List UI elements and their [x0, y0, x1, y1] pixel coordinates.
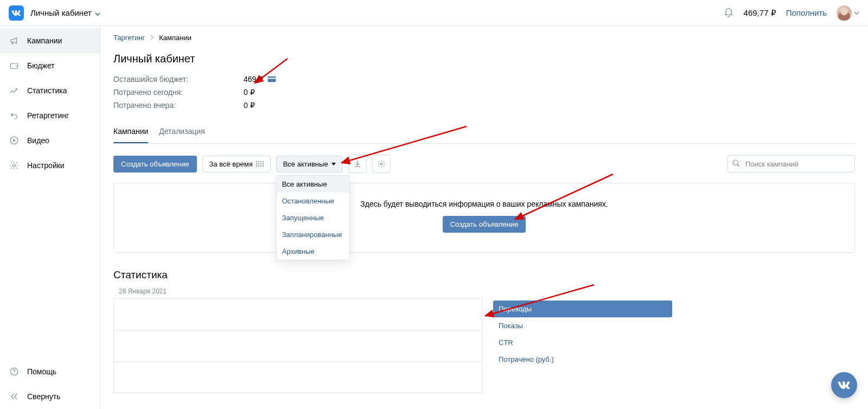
topup-link[interactable]: Пополнить	[786, 8, 827, 17]
chevron-down-icon	[854, 11, 859, 15]
svg-rect-6	[268, 78, 276, 79]
chart-grid	[113, 298, 482, 393]
avatar	[837, 5, 852, 21]
banner-create-ad-button[interactable]: Создать объявление	[443, 216, 526, 233]
search-icon	[732, 159, 741, 169]
sidebar-item-campaigns[interactable]: Кампании	[0, 28, 100, 53]
settings-button[interactable]	[372, 155, 391, 173]
account-switcher[interactable]: Личный кабинет	[30, 8, 100, 17]
notifications-icon[interactable]	[723, 8, 734, 18]
profile-menu[interactable]	[837, 5, 859, 21]
sidebar-item-label: Настройки	[27, 161, 65, 170]
filter-option-running[interactable]: Запущенные	[277, 209, 349, 226]
sidebar: Кампании Бюджет Статистика Ретаргетинг В…	[0, 26, 100, 409]
stat-metric-clicks[interactable]: Переходы	[493, 301, 672, 317]
sidebar-item-label: Ретаргетинг	[27, 111, 69, 120]
toolbar: Создать объявление За всё время Все акти…	[113, 155, 855, 173]
sidebar-item-settings[interactable]: Настройки	[0, 153, 100, 178]
stat-metric-ctr[interactable]: CTR	[493, 334, 672, 351]
budget-row-yesterday: Потрачено вчера: 0 ₽	[113, 101, 855, 110]
gear-icon	[9, 160, 20, 171]
vk-help-fab[interactable]	[831, 372, 857, 398]
chevron-right-icon	[150, 34, 154, 42]
chevron-down-icon	[95, 8, 100, 17]
sidebar-item-retargeting[interactable]: Ретаргетинг	[0, 103, 100, 128]
svg-rect-5	[268, 76, 276, 82]
download-icon	[353, 159, 362, 168]
balance-value: 469,77 ₽	[744, 8, 776, 18]
wallet-icon	[9, 60, 20, 71]
undo-icon	[9, 110, 20, 121]
stat-metric-list: Переходы Показы CTR Потрачено (руб.)	[493, 298, 672, 368]
stat-metric-impressions[interactable]: Показы	[493, 317, 672, 334]
sidebar-item-label: Помощь	[27, 367, 56, 376]
tab-campaigns[interactable]: Кампании	[113, 122, 148, 143]
sidebar-item-label: Свернуть	[27, 392, 60, 401]
account-label: Личный кабинет	[30, 8, 92, 17]
help-icon	[9, 366, 20, 377]
tab-details[interactable]: Детализация	[159, 122, 205, 143]
stats-title: Статистика	[113, 269, 855, 281]
create-ad-button[interactable]: Создать объявление	[113, 156, 197, 172]
page-title: Личный кабинет	[113, 53, 855, 65]
budget-value: 469 ₽	[244, 75, 263, 84]
sidebar-item-statistics[interactable]: Статистика	[0, 78, 100, 103]
period-label: За всё время	[209, 160, 253, 168]
calendar-icon	[256, 161, 264, 167]
download-button[interactable]	[348, 155, 367, 173]
sidebar-item-label: Кампании	[27, 36, 62, 45]
budget-label: Оставшийся бюджет:	[113, 75, 244, 84]
budget-value: 0 ₽	[244, 88, 255, 97]
svg-point-4	[14, 373, 14, 374]
sidebar-item-collapse[interactable]: Свернуть	[0, 384, 100, 409]
empty-campaigns-banner: Здесь будет выводиться информация о ваши…	[113, 183, 855, 253]
sidebar-item-budget[interactable]: Бюджет	[0, 53, 100, 78]
stat-date: 28 Января 2021	[119, 287, 855, 295]
breadcrumb-current: Кампании	[159, 34, 192, 42]
breadcrumb-root[interactable]: Таргетинг	[113, 34, 145, 42]
filter-option-stopped[interactable]: Остановленные	[277, 193, 349, 209]
banner-text: Здесь будет выводиться информация о ваши…	[125, 200, 844, 208]
sidebar-item-label: Видео	[27, 136, 49, 145]
budget-value: 0 ₽	[244, 101, 255, 110]
caret-down-icon	[331, 163, 336, 165]
stat-metric-spent[interactable]: Потрачено (руб.)	[493, 351, 672, 368]
sidebar-item-label: Статистика	[27, 86, 67, 95]
vk-logo[interactable]	[9, 5, 24, 21]
filter-option-archived[interactable]: Архивные	[277, 243, 349, 260]
collapse-icon	[9, 391, 20, 402]
sidebar-item-help[interactable]: Помощь	[0, 359, 100, 384]
period-selector[interactable]: За всё время	[202, 156, 271, 172]
search-input[interactable]	[727, 155, 855, 172]
budget-row-today: Потрачено сегодня: 0 ₽	[113, 88, 855, 97]
play-icon	[9, 135, 20, 146]
megaphone-icon	[9, 35, 20, 46]
budget-row-remaining: Оставшийся бюджет: 469 ₽	[113, 75, 855, 84]
sidebar-item-video[interactable]: Видео	[0, 128, 100, 153]
status-filter[interactable]: Все активные	[276, 156, 343, 172]
budget-label: Потрачено сегодня:	[113, 88, 244, 97]
sidebar-item-label: Бюджет	[27, 61, 55, 70]
filter-label: Все активные	[283, 160, 328, 168]
status-filter-dropdown: Все активные Остановленные Запущенные За…	[276, 175, 350, 260]
svg-point-7	[380, 163, 382, 165]
tabs: Кампании Детализация	[113, 122, 855, 144]
gear-icon	[377, 159, 386, 168]
filter-option-all-active[interactable]: Все активные	[277, 176, 349, 193]
breadcrumb: Таргетинг Кампании	[113, 34, 855, 42]
svg-point-2	[13, 164, 16, 167]
budget-label: Потрачено вчера:	[113, 101, 244, 110]
card-icon[interactable]	[267, 76, 276, 82]
filter-option-scheduled[interactable]: Запланированные	[277, 226, 349, 243]
chart-icon	[9, 85, 20, 96]
svg-point-8	[733, 160, 738, 165]
